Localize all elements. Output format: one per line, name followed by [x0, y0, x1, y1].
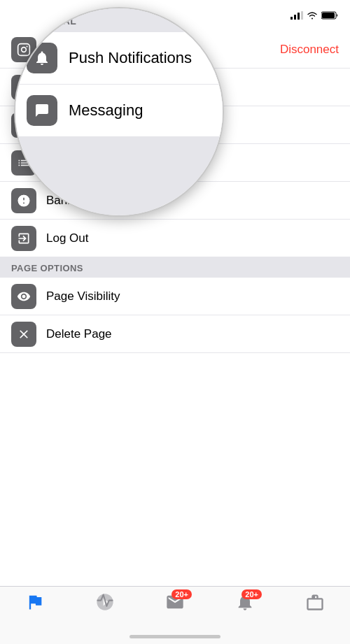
- delete-page-icon-box: [11, 322, 36, 347]
- delete-page-label: Delete Page: [46, 327, 339, 341]
- home-indicator: [130, 635, 220, 638]
- magnifier-overlay: GENERAL Push Notifications Messaging: [14, 7, 224, 217]
- close-icon: [17, 327, 31, 341]
- log-out-icon-box: [11, 226, 36, 251]
- eye-icon: [17, 289, 31, 303]
- page-options-header: PAGE OPTIONS: [0, 257, 350, 278]
- mag-message-icon: [34, 102, 50, 119]
- mag-messaging-label: Messaging: [69, 101, 143, 120]
- log-out-label: Log Out: [46, 231, 339, 245]
- mag-messaging-item: Messaging: [15, 85, 223, 137]
- inbox-badge: 20+: [172, 589, 192, 599]
- mag-push-notifications-item: Push Notifications: [15, 32, 223, 85]
- tab-activity[interactable]: [95, 592, 115, 612]
- flag-icon: [25, 592, 45, 612]
- svg-rect-2: [298, 13, 300, 20]
- logout-icon: [17, 231, 31, 245]
- tab-home[interactable]: [25, 592, 45, 612]
- activity-icon: [95, 592, 115, 612]
- mag-push-notifications-label: Push Notifications: [69, 49, 192, 67]
- delete-page-item[interactable]: Delete Page: [0, 315, 350, 353]
- status-icons: [290, 11, 339, 20]
- tab-inbox[interactable]: 20+: [165, 592, 185, 612]
- tab-more[interactable]: [305, 592, 325, 612]
- log-out-item[interactable]: Log Out: [0, 220, 350, 257]
- battery-icon: [321, 11, 339, 20]
- page-visibility-item[interactable]: Page Visibility: [0, 278, 350, 315]
- svg-rect-0: [290, 17, 293, 20]
- mag-message-icon-box: [27, 95, 57, 126]
- svg-rect-5: [322, 13, 335, 18]
- magnifier-content: GENERAL Push Notifications Messaging: [15, 8, 223, 215]
- tab-notifications[interactable]: 20+: [235, 592, 255, 612]
- wifi-icon: [307, 11, 318, 20]
- disconnect-button[interactable]: Disconnect: [280, 43, 339, 57]
- page-visibility-icon-box: [11, 284, 36, 309]
- page-visibility-label: Page Visibility: [46, 289, 339, 303]
- svg-rect-1: [294, 15, 296, 20]
- signal-icon: [290, 11, 303, 20]
- briefcase-icon: [305, 592, 325, 612]
- mag-bell-icon-box: [27, 43, 57, 73]
- mag-section-header: GENERAL: [15, 8, 223, 32]
- mag-bell-icon: [34, 50, 50, 66]
- notifications-badge: 20+: [241, 589, 262, 599]
- svg-rect-3: [301, 11, 303, 20]
